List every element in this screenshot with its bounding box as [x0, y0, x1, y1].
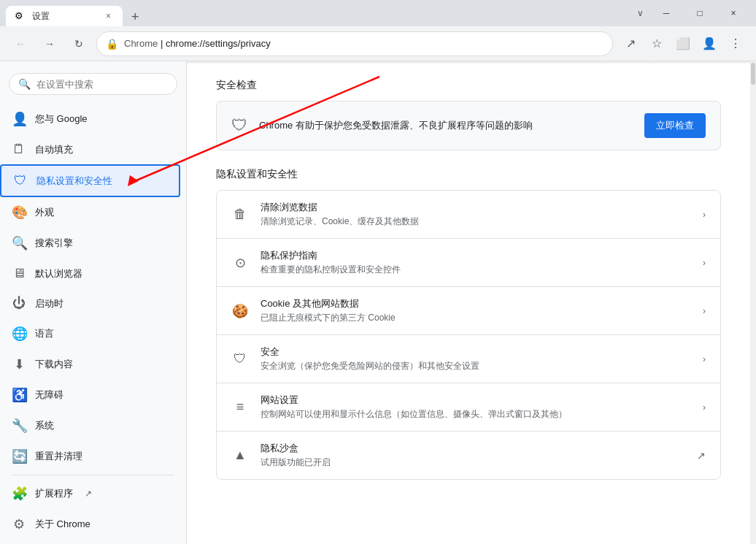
privacy-item-privacy-guide[interactable]: ⊙ 隐私保护指南 检查重要的隐私控制设置和安全控件 › — [217, 239, 720, 287]
title-bar: ⚙ 设置 × + ∨ ─ □ × — [0, 0, 756, 26]
privacy-section-title: 隐私设置和安全性 — [216, 168, 721, 181]
arrow-icon-cookies: › — [703, 306, 706, 316]
item-title-clear-data: 清除浏览数据 — [261, 201, 691, 214]
sidebar-label-system: 系统 — [35, 419, 54, 432]
scrollbar-thumb[interactable] — [751, 63, 755, 85]
safety-shield-icon: 🛡 — [231, 116, 247, 135]
content-scrollbar[interactable] — [750, 61, 756, 544]
safety-description: Chrome 有助于保护您免受数据泄露、不良扩展程序等问题的影响 — [259, 119, 633, 132]
chrome-menu-button[interactable]: ⋮ — [724, 32, 747, 55]
item-title-site-settings: 网站设置 — [261, 394, 691, 407]
sidebar-label-google: 您与 Google — [35, 112, 88, 126]
item-icon-cookies: 🍪 — [231, 303, 249, 319]
item-text-privacy-sandbox: 隐私沙盒 试用版功能已开启 — [261, 442, 685, 469]
account-button[interactable]: 👤 — [698, 32, 721, 55]
check-now-button[interactable]: 立即检查 — [644, 113, 706, 138]
item-icon-privacy-sandbox: ▲ — [231, 448, 249, 463]
search-input[interactable] — [36, 79, 168, 90]
item-desc-clear-data: 清除浏览记录、Cookie、缓存及其他数据 — [261, 215, 691, 228]
sidebar-label-privacy: 隐私设置和安全性 — [36, 175, 112, 188]
content-area: 安全检查 🛡 Chrome 有助于保护您免受数据泄露、不良扩展程序等问题的影响 … — [187, 61, 750, 544]
sidebar-label-downloads: 下载内容 — [35, 358, 73, 371]
privacy-item-site-settings[interactable]: ≡ 网站设置 控制网站可以使用和显示什么信息（如位置信息、摄像头、弹出式窗口及其… — [217, 383, 720, 432]
safety-check-title: 安全检查 — [216, 79, 721, 92]
tab-title: 设置 — [32, 10, 97, 23]
reload-button[interactable]: ↻ — [67, 32, 90, 55]
item-icon-site-settings: ≡ — [231, 399, 249, 415]
sidebar-item-browser[interactable]: 🖥 默认浏览器 — [0, 258, 180, 288]
sidebar-icon-google: 👤 — [12, 111, 26, 127]
sidebar-icon-privacy: 🛡 — [13, 173, 28, 188]
item-title-security: 安全 — [261, 345, 691, 359]
arrow-icon-privacy-guide: › — [703, 258, 706, 268]
item-title-cookies: Cookie 及其他网站数据 — [261, 297, 691, 310]
sidebar-label-startup: 启动时 — [35, 297, 63, 310]
address-bar: ← → ↻ 🔒 Chrome | chrome://settings/priva… — [0, 26, 756, 61]
sidebar-icon-accessibility: ♿ — [12, 387, 26, 403]
sidebar-item-extensions[interactable]: 🧩 扩展程序 ↗ — [0, 478, 180, 509]
sidebar-item-about[interactable]: ⚙ 关于 Chrome — [0, 509, 180, 540]
sidebar-item-downloads[interactable]: ⬇ 下载内容 — [0, 349, 180, 380]
url-bar[interactable]: 🔒 Chrome | chrome://settings/privacy — [96, 31, 613, 56]
sidebar-item-startup[interactable]: ⏻ 启动时 — [0, 288, 180, 318]
tab-close-button[interactable]: × — [103, 9, 114, 23]
arrow-icon-security: › — [703, 354, 706, 364]
item-text-privacy-guide: 隐私保护指南 检查重要的隐私控制设置和安全控件 — [261, 249, 691, 276]
safety-card: 🛡 Chrome 有助于保护您免受数据泄露、不良扩展程序等问题的影响 立即检查 — [216, 101, 721, 150]
item-icon-privacy-guide: ⊙ — [231, 255, 249, 271]
back-button[interactable]: ← — [9, 32, 32, 55]
toolbar-right: ↗ ☆ ⬜ 👤 ⋮ — [619, 32, 747, 55]
sidebar-item-autofill[interactable]: 🗒 自动填充 — [0, 134, 180, 164]
privacy-item-cookies[interactable]: 🍪 Cookie 及其他网站数据 已阻止无痕模式下的第三方 Cookie › — [217, 287, 720, 335]
sidebar-label-appearance: 外观 — [35, 206, 54, 219]
sidebar-item-privacy[interactable]: 🛡 隐私设置和安全性 — [0, 164, 180, 197]
sidebar-icon-about: ⚙ — [12, 516, 26, 532]
sidebar-label-extensions: 扩展程序 — [35, 487, 73, 500]
minimize-button[interactable]: ─ — [649, 1, 683, 25]
sidebar-item-appearance[interactable]: 🎨 外观 — [0, 197, 180, 228]
item-desc-privacy-guide: 检查重要的隐私控制设置和安全控件 — [261, 264, 691, 276]
sidebar-label-accessibility: 无障碍 — [35, 388, 63, 402]
sidebar-item-language[interactable]: 🌐 语言 — [0, 318, 180, 349]
content-inner: 安全检查 🛡 Chrome 有助于保护您免受数据泄露、不良扩展程序等问题的影响 … — [187, 64, 750, 491]
share-button[interactable]: ↗ — [619, 32, 642, 55]
window-close-button[interactable]: × — [717, 1, 750, 25]
sidebar-scroll: 👤 您与 Google 🗒 自动填充 🛡 隐私设置和安全性 🎨 外观 🔍 搜索引… — [0, 104, 186, 544]
forward-button[interactable]: → — [38, 32, 61, 55]
privacy-item-privacy-sandbox[interactable]: ▲ 隐私沙盒 试用版功能已开启 ↗ — [217, 432, 720, 479]
tab-search-button[interactable]: ⬜ — [671, 32, 695, 55]
sidebar-icon-autofill: 🗒 — [12, 142, 26, 157]
sidebar-icon-language: 🌐 — [12, 326, 26, 342]
search-icon: 🔍 — [18, 78, 31, 90]
sidebar-icon-system: 🔧 — [12, 418, 26, 434]
privacy-item-clear-data[interactable]: 🗑 清除浏览数据 清除浏览记录、Cookie、缓存及其他数据 › — [217, 191, 720, 239]
sidebar-icon-appearance: 🎨 — [12, 204, 26, 221]
lock-icon: 🔒 — [106, 38, 118, 50]
privacy-section: 隐私设置和安全性 🗑 清除浏览数据 清除浏览记录、Cookie、缓存及其他数据 … — [216, 168, 721, 480]
bookmark-button[interactable]: ☆ — [645, 32, 668, 55]
sidebar-icon-extensions: 🧩 — [12, 486, 26, 502]
chrome-menu-chevron[interactable]: ∨ — [631, 8, 649, 18]
sidebar-item-accessibility[interactable]: ♿ 无障碍 — [0, 380, 180, 410]
url-text: Chrome | chrome://settings/privacy — [124, 38, 603, 49]
arrow-icon-site-settings: › — [703, 402, 706, 413]
sidebar-divider — [12, 475, 174, 475]
item-desc-privacy-sandbox: 试用版功能已开启 — [261, 456, 685, 469]
url-chrome-label: Chrome — [124, 38, 158, 49]
sidebar-item-google[interactable]: 👤 您与 Google — [0, 104, 180, 134]
item-desc-security: 安全浏览（保护您免受危险网站的侵害）和其他安全设置 — [261, 360, 691, 372]
sidebar-item-reset[interactable]: 🔄 重置并清理 — [0, 441, 180, 472]
sidebar-item-system[interactable]: 🔧 系统 — [0, 410, 180, 441]
new-tab-button[interactable]: + — [126, 8, 145, 26]
sidebar-icon-search: 🔍 — [12, 235, 26, 251]
item-text-cookies: Cookie 及其他网站数据 已阻止无痕模式下的第三方 Cookie — [261, 297, 691, 324]
external-link-icon: ↗ — [85, 489, 92, 499]
item-icon-security: 🛡 — [231, 351, 249, 367]
settings-tab[interactable]: ⚙ 设置 × — [6, 6, 123, 26]
sidebar-label-autofill: 自动填充 — [35, 143, 73, 156]
maximize-button[interactable]: □ — [683, 1, 717, 25]
sidebar-item-search[interactable]: 🔍 搜索引擎 — [0, 228, 180, 258]
external-icon-privacy-sandbox: ↗ — [697, 450, 706, 461]
privacy-item-security[interactable]: 🛡 安全 安全浏览（保护您免受危险网站的侵害）和其他安全设置 › — [217, 335, 720, 383]
privacy-settings-list: 🗑 清除浏览数据 清除浏览记录、Cookie、缓存及其他数据 › ⊙ 隐私保护指… — [216, 190, 721, 480]
